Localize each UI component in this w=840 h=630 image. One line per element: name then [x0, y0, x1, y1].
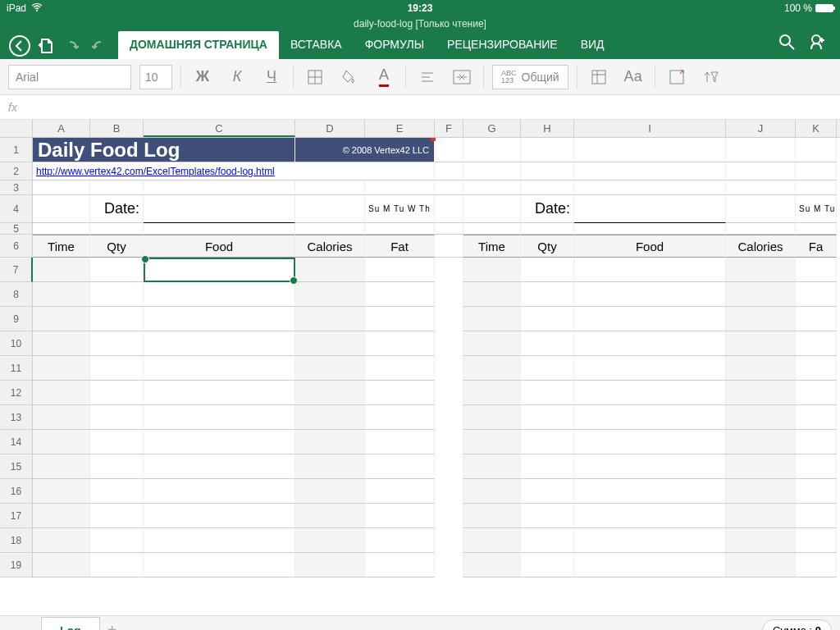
cell[interactable]	[574, 430, 726, 454]
hdr-qty-1[interactable]: Qty	[90, 235, 144, 258]
cell[interactable]	[796, 258, 837, 282]
cell[interactable]	[574, 504, 726, 528]
col-F[interactable]: F	[435, 120, 463, 137]
cell[interactable]	[33, 430, 90, 454]
date-input-2[interactable]	[574, 195, 726, 223]
cell[interactable]	[33, 331, 90, 356]
align-button[interactable]	[414, 65, 441, 89]
cell[interactable]	[574, 553, 726, 578]
hdr-fat-2[interactable]: Fa	[796, 235, 837, 258]
cell[interactable]	[521, 479, 574, 504]
row-2[interactable]: 2	[0, 162, 33, 180]
cell[interactable]	[365, 356, 435, 381]
insert-delete-button[interactable]	[664, 65, 690, 89]
cell[interactable]	[144, 381, 295, 405]
hdr-time-2[interactable]: Time	[463, 235, 521, 258]
tab-formulas[interactable]: ФОРМУЛЫ	[354, 31, 436, 59]
cell[interactable]	[796, 356, 837, 381]
cell[interactable]	[574, 528, 726, 553]
cell[interactable]	[144, 528, 295, 553]
cell[interactable]	[726, 307, 796, 331]
cell[interactable]	[726, 356, 796, 381]
tab-home[interactable]: ДОМАШНЯЯ СТРАНИЦА	[118, 31, 279, 59]
cell[interactable]	[726, 405, 796, 430]
cell[interactable]	[365, 282, 435, 307]
cell[interactable]	[574, 405, 726, 430]
row-5[interactable]: 5	[0, 223, 33, 235]
tab-view[interactable]: ВИД	[569, 31, 616, 59]
date-label-1[interactable]: Date:	[90, 195, 144, 223]
col-D[interactable]: D	[295, 120, 365, 137]
cell[interactable]	[521, 331, 574, 356]
cell[interactable]	[521, 504, 574, 528]
hdr-cal-2[interactable]: Calories	[726, 235, 796, 258]
cell[interactable]	[144, 356, 295, 381]
search-icon[interactable]	[778, 33, 796, 54]
row-9[interactable]: 9	[0, 307, 33, 331]
merge-button[interactable]	[449, 65, 475, 89]
cell[interactable]	[574, 258, 726, 282]
cell[interactable]	[33, 356, 90, 381]
cell[interactable]	[726, 553, 796, 578]
redo-button[interactable]	[85, 33, 112, 59]
formula-bar[interactable]: fx	[0, 95, 840, 120]
spreadsheet-grid[interactable]: A B C D E F G H I J K 1 Daily Food Log ©…	[0, 120, 840, 615]
cell[interactable]	[521, 381, 574, 405]
cell[interactable]	[574, 307, 726, 331]
cell[interactable]	[796, 331, 837, 356]
cell[interactable]	[796, 504, 837, 528]
cell[interactable]	[365, 258, 435, 282]
template-link[interactable]: http://www.vertex42.com/ExcelTemplates/f…	[33, 162, 435, 180]
cell[interactable]	[521, 430, 574, 454]
cell[interactable]	[796, 282, 837, 307]
cell[interactable]	[144, 479, 295, 504]
row-11[interactable]: 11	[0, 356, 33, 381]
cell[interactable]	[521, 528, 574, 553]
cell[interactable]	[33, 282, 90, 307]
cell[interactable]	[295, 528, 365, 553]
cell[interactable]	[33, 454, 90, 479]
cell[interactable]	[365, 454, 435, 479]
cell[interactable]	[435, 405, 463, 430]
row-13[interactable]: 13	[0, 405, 33, 430]
cell[interactable]	[796, 307, 837, 331]
cell[interactable]	[796, 528, 837, 553]
cell[interactable]	[796, 479, 837, 504]
cell[interactable]	[574, 454, 726, 479]
cell[interactable]	[521, 258, 574, 282]
cell[interactable]	[295, 454, 365, 479]
row-17[interactable]: 17	[0, 504, 33, 528]
add-sheet-button[interactable]: +	[100, 621, 125, 630]
cell[interactable]	[796, 454, 837, 479]
hdr-food-1[interactable]: Food	[144, 235, 295, 258]
cell[interactable]	[144, 430, 295, 454]
cell[interactable]	[90, 430, 144, 454]
tab-insert[interactable]: ВСТАВКА	[279, 31, 354, 59]
col-C[interactable]: C	[144, 120, 295, 137]
cell[interactable]	[463, 405, 521, 430]
italic-button[interactable]: К	[224, 65, 250, 89]
cell[interactable]	[463, 258, 521, 282]
cell[interactable]	[796, 381, 837, 405]
cell[interactable]	[365, 528, 435, 553]
select-all-corner[interactable]	[0, 120, 33, 137]
bold-button[interactable]: Ж	[189, 65, 216, 89]
row-14[interactable]: 14	[0, 430, 33, 454]
cell[interactable]	[796, 405, 837, 430]
cell[interactable]	[726, 479, 796, 504]
cell[interactable]	[144, 307, 295, 331]
cell[interactable]	[365, 430, 435, 454]
cell[interactable]	[726, 528, 796, 553]
cell[interactable]	[463, 430, 521, 454]
cell[interactable]	[295, 258, 365, 282]
cell[interactable]	[144, 331, 295, 356]
cell[interactable]	[365, 307, 435, 331]
hdr-cal-1[interactable]: Calories	[295, 235, 365, 258]
share-icon[interactable]	[809, 33, 827, 54]
row-4[interactable]: 4	[0, 195, 33, 223]
cell[interactable]	[144, 405, 295, 430]
col-I[interactable]: I	[574, 120, 726, 137]
hdr-time-1[interactable]: Time	[33, 235, 90, 258]
cell[interactable]	[144, 504, 295, 528]
cell[interactable]	[295, 356, 365, 381]
